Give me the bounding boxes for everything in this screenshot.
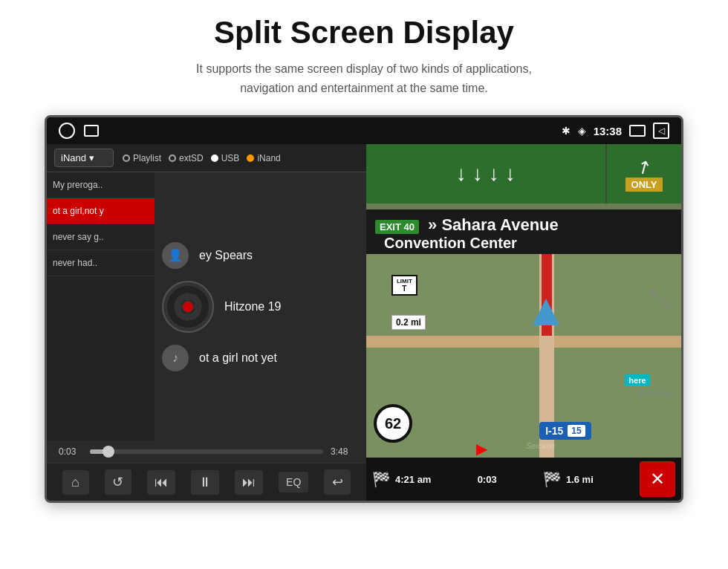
highway-label: I-15 — [545, 425, 563, 437]
source-option-inand[interactable]: iNand — [247, 153, 280, 163]
playlist-item-0[interactable]: My preroga.. — [47, 172, 155, 198]
source-label: iNand — [61, 152, 86, 163]
radio-dot-extsd — [169, 155, 176, 162]
track-info: 👤 ey Spears Hitzone 19 ♪ ot a girl not y… — [162, 242, 359, 371]
radio-dot-inand — [247, 155, 254, 162]
repeat-button[interactable]: ↺ — [105, 469, 131, 495]
location-icon: ◈ — [578, 125, 586, 137]
source-option-usb[interactable]: USB — [211, 153, 240, 163]
road-sign-area: ↓ ↓ ↓ ↓ ↗ ONLY — [366, 144, 681, 204]
source-playlist-label: Playlist — [133, 153, 161, 163]
controls-bar: ⌂ ↺ ⏮ ⏸ ⏭ EQ ↩ — [47, 463, 366, 501]
arrival-time-value: 4:21 am — [395, 474, 431, 485]
status-left — [59, 123, 99, 139]
gallery-icon — [84, 125, 99, 137]
checkered-flag-end-icon: 🏁 — [543, 470, 562, 488]
album-row: Hitzone 19 — [162, 281, 359, 333]
dropdown-arrow-icon: ▾ — [89, 152, 94, 163]
only-sign: ↗ ONLY — [607, 144, 681, 204]
source-extsd-label: extSD — [179, 153, 204, 163]
page-title: Split Screen Display — [214, 15, 514, 51]
next-button[interactable]: ⏭ — [235, 470, 263, 495]
here-logo: here — [625, 374, 649, 386]
eta-value: 0:03 — [478, 474, 497, 485]
bluetooth-icon: ✱ — [562, 125, 571, 137]
only-text-label: ONLY — [625, 178, 663, 192]
playlist-item-3[interactable]: never had.. — [47, 250, 155, 276]
home-circle-icon — [59, 123, 75, 139]
music-panel: iNand ▾ Playlist extSD USB — [47, 144, 366, 501]
playlist: My preroga.. ot a girl,not y never say g… — [47, 172, 155, 440]
vinyl-center — [181, 300, 195, 313]
exit-sign: EXIT 40 » Sahara Avenue Convention Cente… — [366, 209, 681, 258]
arrival-time-stat: 🏁 4:21 am — [372, 470, 431, 488]
checkered-flag-start-icon: 🏁 — [372, 470, 391, 488]
playlist-item-2[interactable]: never say g.. — [47, 224, 155, 250]
radio-dot-playlist — [123, 155, 130, 162]
progress-thumb — [103, 446, 114, 458]
arrow-down-4: ↓ — [505, 162, 516, 186]
source-bar: iNand ▾ Playlist extSD USB — [47, 144, 366, 172]
source-usb-label: USB — [221, 153, 240, 163]
person-icon: 👤 — [162, 242, 189, 269]
source-inand-label: iNand — [257, 153, 280, 163]
map-road-horizontal — [366, 336, 681, 348]
prev-button[interactable]: ⏮ — [147, 470, 175, 495]
highway-number: 15 — [568, 425, 585, 437]
nav-map: ↓ ↓ ↓ ↓ ↗ ONLY EXIT 40 » Sahara Avenue — [366, 144, 681, 501]
home-button[interactable]: ⌂ — [62, 470, 89, 495]
distance-sign: 0.2 mi — [391, 315, 426, 330]
song-title: ot a girl not yet — [199, 351, 277, 365]
split-screen: iNand ▾ Playlist extSD USB — [47, 144, 681, 501]
artist-row: 👤 ey Spears — [162, 242, 359, 269]
arrow-down-3: ↓ — [489, 162, 499, 186]
status-time: 13:38 — [594, 125, 622, 137]
map-area: 62 I-15 15 here LIMIT T — [366, 254, 681, 458]
watermark: Seicane — [526, 441, 556, 450]
limit-label: LIMIT — [397, 278, 412, 284]
road-label-birch: Birch St — [647, 287, 675, 312]
nav-triangle-icon — [533, 299, 559, 325]
nav-back-icon[interactable]: ◁ — [653, 123, 669, 139]
speed-limit-sign: 62 — [374, 404, 412, 443]
exit-road-name: » Sahara Avenue — [428, 215, 559, 234]
vinyl-disc-icon — [162, 281, 214, 333]
playlist-item-1[interactable]: ot a girl,not y — [47, 198, 155, 224]
nav-bottom-bar: 🏁 4:21 am 0:03 🏁 1.6 mi ✕ — [366, 458, 681, 501]
music-content: My preroga.. ot a girl,not y never say g… — [47, 172, 366, 440]
limit-sign: LIMIT T — [391, 275, 417, 296]
eq-button[interactable]: EQ — [279, 472, 308, 492]
now-playing: 👤 ey Spears Hitzone 19 ♪ ot a girl not y… — [155, 172, 366, 440]
progress-track[interactable] — [90, 449, 323, 454]
time-current: 0:03 — [59, 446, 82, 457]
green-sign-arrows: ↓ ↓ ↓ ↓ — [366, 144, 605, 204]
speed-value: 62 — [385, 415, 401, 432]
artist-name: ey Spears — [199, 249, 253, 262]
distance-value: 0.2 mi — [396, 317, 421, 328]
source-option-playlist[interactable]: Playlist — [123, 153, 161, 163]
road-label-westwood: Westwoo... — [638, 388, 678, 397]
album-name: Hitzone 19 — [224, 300, 282, 313]
source-options: Playlist extSD USB iNand — [123, 153, 281, 163]
only-arrow-icon: ↗ — [632, 155, 655, 180]
page-subtitle: It supports the same screen display of t… — [196, 59, 532, 97]
device-frame: ✱ ◈ 13:38 ◁ iNand ▾ Playlist — [45, 115, 683, 503]
exit-sub-text: Convention Center — [375, 235, 672, 252]
status-bar: ✱ ◈ 13:38 ◁ — [47, 117, 681, 144]
music-note-icon: ♪ — [162, 345, 189, 371]
source-dropdown[interactable]: iNand ▾ — [54, 149, 114, 167]
exit-text-block: EXIT 40 » Sahara Avenue — [375, 215, 672, 235]
distance-value: 1.6 mi — [566, 474, 594, 485]
arrow-down-1: ↓ — [456, 162, 467, 186]
eta-stat: 0:03 — [478, 474, 497, 485]
source-option-extsd[interactable]: extSD — [169, 153, 204, 163]
status-right: ✱ ◈ 13:38 ◁ — [562, 123, 669, 139]
back-button[interactable]: ↩ — [324, 469, 351, 495]
red-arrow-nav-icon: ▶ — [476, 440, 487, 458]
play-pause-button[interactable]: ⏸ — [191, 470, 219, 495]
highway-badge: I-15 15 — [539, 422, 591, 440]
time-total: 3:48 — [331, 446, 354, 457]
limit-value: T — [397, 284, 412, 293]
arrow-down-2: ↓ — [472, 162, 483, 186]
close-button[interactable]: ✕ — [640, 461, 675, 497]
